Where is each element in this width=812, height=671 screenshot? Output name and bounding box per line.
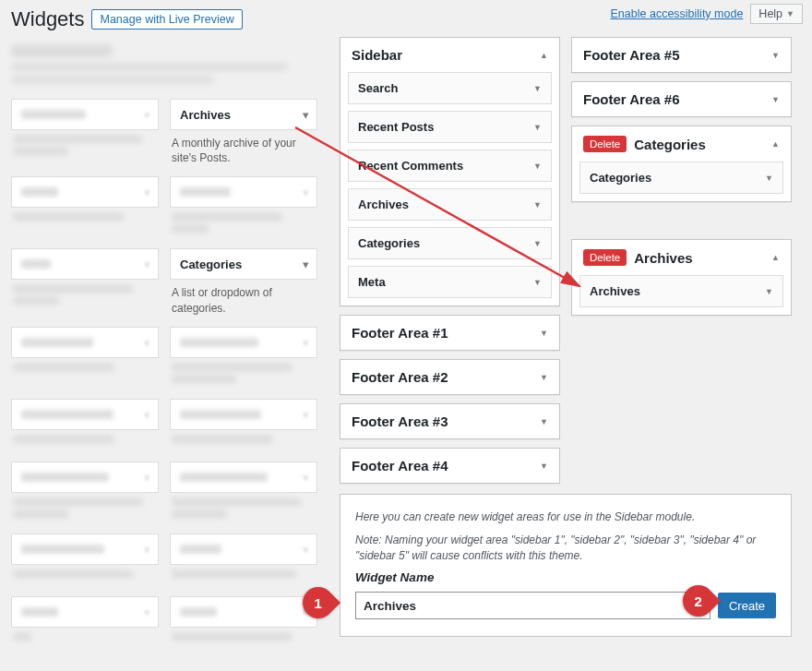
available-widgets-heading <box>11 44 113 57</box>
delete-area-button[interactable]: Delete <box>583 249 627 266</box>
chevron-up-icon: ▲ <box>771 253 780 262</box>
chevron-down-icon: ▼ <box>540 461 548 471</box>
widget-description: A list or dropdown of categories. <box>170 285 317 315</box>
available-widget[interactable]: ▾ <box>11 176 159 208</box>
area-header-archives[interactable]: Delete Archives ▲ <box>572 240 791 275</box>
area-header-sidebar[interactable]: Sidebar ▲ <box>340 38 559 72</box>
chevron-down-icon: ▾ <box>303 108 309 122</box>
chevron-down-icon: ▼ <box>533 84 542 93</box>
area-title: Footer Area #4 <box>352 458 448 473</box>
chevron-down-icon: ▼ <box>540 373 548 382</box>
blurred-text <box>11 76 214 84</box>
area-title: Footer Area #3 <box>352 413 448 429</box>
widget-area-sidebar: Sidebar ▲ Search▼ Recent Posts▼ Recent C… <box>340 37 560 306</box>
chevron-up-icon: ▲ <box>771 139 780 149</box>
manage-live-preview-button[interactable]: Manage with Live Preview <box>91 9 242 30</box>
widget-description: A monthly archive of your site's Posts. <box>170 136 317 165</box>
available-widget[interactable]: ▾ <box>11 327 159 358</box>
categories-area-widget[interactable]: Categories▼ <box>579 162 783 194</box>
widget-area-archives: Delete Archives ▲ Archives▼ <box>571 239 792 316</box>
widget-title: Archives <box>180 108 231 122</box>
area-header-footer-5[interactable]: Footer Area #5 ▼ <box>572 38 791 72</box>
area-header-footer-4[interactable]: Footer Area #4 ▼ <box>340 449 559 483</box>
area-header-footer-3[interactable]: Footer Area #3 ▼ <box>340 404 559 438</box>
available-widget[interactable]: ▾ <box>11 399 159 430</box>
chevron-down-icon: ▼ <box>786 9 794 18</box>
available-widget[interactable]: ▾ <box>170 533 317 565</box>
create-note: Here you can create new widget areas for… <box>355 509 776 525</box>
chevron-down-icon: ▼ <box>540 417 548 426</box>
sidebar-widget-categories[interactable]: Categories▼ <box>348 227 552 259</box>
chevron-down-icon: ▼ <box>540 329 548 338</box>
area-title: Footer Area #5 <box>583 47 679 63</box>
area-header-footer-6[interactable]: Footer Area #6 ▼ <box>572 82 791 116</box>
widget-area-footer-1: Footer Area #1 ▼ <box>340 315 560 351</box>
widget-area-footer-3: Footer Area #3 ▼ <box>340 403 560 439</box>
area-title: Footer Area #2 <box>352 369 448 385</box>
delete-area-button[interactable]: Delete <box>583 136 627 152</box>
page-title: Widgets <box>11 7 84 31</box>
available-widget[interactable]: ▾ <box>11 461 159 493</box>
available-widget[interactable]: ▾ <box>170 176 317 208</box>
sidebar-widget-archives[interactable]: Archives▼ <box>348 188 552 221</box>
chevron-down-icon: ▼ <box>533 200 542 210</box>
chevron-down-icon: ▼ <box>533 162 542 171</box>
sidebar-widget-meta[interactable]: Meta▼ <box>348 266 552 298</box>
widget-title: Categories <box>180 258 242 271</box>
available-widget-categories[interactable]: Categories ▾ <box>170 248 317 280</box>
area-header-categories[interactable]: Delete Categories ▲ <box>572 126 791 162</box>
widget-area-footer-5: Footer Area #5 ▼ <box>571 37 792 73</box>
create-note: Note: Naming your widget area "sidebar 1… <box>355 533 776 564</box>
sidebar-widget-recent-comments[interactable]: Recent Comments▼ <box>348 150 552 182</box>
area-title: Footer Area #6 <box>583 91 679 107</box>
blurred-text <box>11 63 288 71</box>
available-widget[interactable]: ▾ <box>170 327 317 358</box>
area-title: Archives <box>634 250 692 266</box>
available-widget[interactable]: ▾ <box>11 533 159 565</box>
chevron-down-icon: ▾ <box>303 258 309 271</box>
widget-area-footer-2: Footer Area #2 ▼ <box>340 359 560 395</box>
available-widget[interactable]: ▾ <box>11 99 159 130</box>
chevron-down-icon: ▼ <box>533 278 542 287</box>
widget-area-categories: Delete Categories ▲ Categories▼ <box>571 126 792 202</box>
create-widget-area-panel: Here you can create new widget areas for… <box>340 494 792 637</box>
chevron-down-icon: ▼ <box>771 51 780 60</box>
widget-name-input[interactable] <box>355 592 710 619</box>
chevron-down-icon: ▼ <box>533 123 542 132</box>
available-widget[interactable]: ▾ <box>11 596 159 628</box>
chevron-down-icon: ▼ <box>765 174 773 183</box>
area-header-footer-2[interactable]: Footer Area #2 ▼ <box>340 360 559 394</box>
available-widget[interactable]: ▾ <box>170 399 317 430</box>
help-label: Help <box>758 7 782 20</box>
create-button[interactable]: Create <box>718 593 776 618</box>
area-title: Footer Area #1 <box>352 325 448 341</box>
widget-name-label: Widget Name <box>355 570 776 584</box>
widget-area-footer-4: Footer Area #4 ▼ <box>340 448 560 484</box>
area-title: Categories <box>634 137 706 152</box>
available-widget-archives[interactable]: Archives ▾ <box>170 99 317 130</box>
chevron-up-icon: ▲ <box>540 51 548 60</box>
chevron-down-icon: ▼ <box>771 95 780 104</box>
sidebar-widget-recent-posts[interactable]: Recent Posts▼ <box>348 111 552 143</box>
area-title: Sidebar <box>352 47 402 63</box>
area-header-footer-1[interactable]: Footer Area #1 ▼ <box>340 316 559 350</box>
available-widget[interactable]: ▾ <box>11 248 159 280</box>
sidebar-widget-search[interactable]: Search▼ <box>348 72 552 104</box>
widget-area-footer-6: Footer Area #6 ▼ <box>571 81 792 117</box>
archives-area-widget[interactable]: Archives▼ <box>579 275 783 307</box>
available-widget[interactable]: ▾ <box>170 461 317 493</box>
accessibility-mode-link[interactable]: Enable accessibility mode <box>611 7 744 20</box>
help-button[interactable]: Help ▼ <box>750 4 803 24</box>
chevron-down-icon: ▼ <box>533 239 542 248</box>
available-widget[interactable]: ▾ <box>170 596 317 628</box>
chevron-down-icon: ▼ <box>765 287 773 296</box>
